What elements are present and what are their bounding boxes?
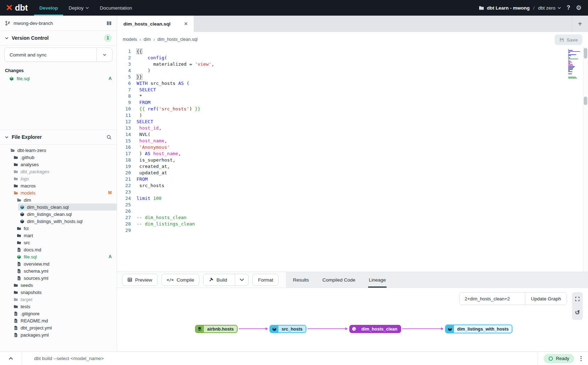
tree-item[interactable]: dim [0,196,117,203]
tree-item[interactable]: dim_listings_with_hosts.sql [0,218,117,225]
dbt-logo[interactable]: ✕ dbt [0,0,34,16]
scrollbar-thumb[interactable] [584,48,587,59]
version-control-title: Version Control [12,35,49,41]
tree-item[interactable]: mart [0,232,117,239]
tree-item[interactable]: fct [0,225,117,232]
tree-item[interactable]: docs.md [0,246,117,253]
commit-options-chevron[interactable] [96,48,112,61]
brand-name: dbt [15,3,28,13]
branch-selector[interactable]: mwong-dev-branch [0,16,117,31]
tree-item[interactable]: sources.yml [0,274,117,282]
file-type-icon [13,162,18,167]
tab-lineage[interactable]: Lineage [368,272,387,288]
tree-item[interactable]: schema.yml [0,267,117,274]
tab-compiled-code[interactable]: Compiled Code [322,272,356,288]
file-type-icon [13,176,18,181]
tree-item[interactable]: dim_hosts_clean.sql [0,203,117,211]
code-icon: </> [167,278,174,282]
code-editor[interactable]: 1{{2 config(3 materialized = 'view',4 )5… [117,47,588,272]
lineage-node-airbnb.hosts[interactable]: airbnb.hosts [195,325,238,333]
nav-item-develop[interactable]: Develop [34,0,63,16]
version-control-header[interactable]: Version Control 1 [0,31,117,45]
changed-file-row[interactable]: file.sql A [0,75,117,82]
nav-item-documentation[interactable]: Documentation [94,0,137,16]
lineage-node-dim_listings_with_hosts[interactable]: dim_listings_with_hosts [445,325,512,333]
file-type-icon [16,261,21,266]
tree-item[interactable]: analyses [0,161,117,168]
search-icon[interactable] [106,135,112,140]
tree-item[interactable]: dim_listings_clean.sql [0,211,117,218]
help-icon[interactable]: ? [566,5,571,11]
preview-button[interactable]: Preview [122,274,157,286]
tree-item[interactable]: .gitignore [0,310,117,317]
tree-item-label: dim_listings_with_hosts.sql [27,219,83,224]
editor-scrollbar[interactable] [583,47,588,272]
close-icon[interactable]: ✕ [184,21,188,27]
tree-item[interactable]: dbt-learn-zero [0,147,117,154]
build-options-chevron[interactable] [235,274,248,285]
lineage-node-dim_hosts_clean[interactable]: dim_hosts_clean [349,325,401,333]
node-label: src_hosts [278,326,306,332]
fullscreen-icon[interactable] [575,296,580,301]
file-type-icon [16,276,21,280]
format-button[interactable]: Format [253,274,278,286]
collapse-panel-button[interactable] [0,352,22,365]
lineage-selector-input[interactable] [460,293,525,305]
tree-item-label: seeds [21,283,33,288]
compile-button[interactable]: </> Compile [161,274,199,286]
lineage-panel: Update Graph ↺ airbnb.hostssrc_hostsdim_… [117,288,588,352]
tree-item[interactable]: dbt_project.yml [0,324,117,331]
tree-item-label: dim_listings_clean.sql [27,212,72,217]
kebab-menu-icon[interactable] [580,355,582,362]
tree-item[interactable]: models M [0,189,117,196]
editor-tab-bar: dim_hosts_clean.sql ✕ + [117,16,588,32]
tree-item-label: dbt_project.yml [21,325,52,331]
command-input[interactable] [22,356,538,361]
tree-item[interactable]: logs [0,175,117,182]
new-tab-button[interactable]: + [572,16,588,32]
branch-name: mwong-dev-branch [13,21,53,26]
tab-dim-hosts-clean[interactable]: dim_hosts_clean.sql ✕ [117,16,194,32]
scrollbar-thumb[interactable] [584,97,587,105]
tab-title: dim_hosts_clean.sql [123,21,171,27]
tree-item[interactable]: .github [0,154,117,161]
build-button[interactable]: Build [203,274,249,286]
tree-item[interactable]: file.sql A [0,253,117,260]
lineage-node-src_hosts[interactable]: src_hosts [270,325,306,333]
tree-item[interactable]: src [0,239,117,246]
tree-item[interactable]: target [0,296,117,303]
tree-item[interactable]: packages.yml [0,331,117,338]
file-type-icon [13,183,18,188]
lineage-tools: ↺ [572,292,583,320]
tree-item[interactable]: overview.md [0,260,117,267]
chevron-down-icon [558,7,561,9]
minimap[interactable] [568,49,581,80]
layout-columns-icon[interactable] [106,21,112,26]
tree-item[interactable]: seeds [0,282,117,289]
breadcrumb-models[interactable]: models [123,37,137,42]
file-type-icon [13,332,18,337]
file-explorer-title: File Explorer [12,134,42,140]
file-type-icon [20,219,24,224]
tab-results[interactable]: Results [292,272,310,288]
file-explorer-header[interactable]: File Explorer [0,130,117,144]
update-graph-button[interactable]: Update Graph [525,293,567,305]
nav-item-deploy[interactable]: Deploy [63,0,94,16]
breadcrumb-dim[interactable]: dim [144,37,151,42]
commit-and-sync-button[interactable]: Commit and sync [4,48,112,62]
gear-icon[interactable]: ⚙ [576,4,582,12]
tree-item[interactable]: tests [0,303,117,310]
tree-item[interactable]: README.md [0,317,117,324]
chevron-right-icon: › [139,37,141,42]
project-selector[interactable]: dbt Learn - mwong / dbt zero [479,5,561,11]
git-branch-icon [5,21,10,26]
save-button[interactable]: Save [555,34,582,45]
reset-view-icon[interactable]: ↺ [575,310,580,316]
action-buttons: Preview </> Compile Build [117,272,286,288]
tree-item[interactable]: dbt_packages [0,168,117,175]
chevron-down-icon [5,37,9,39]
tree-item[interactable]: snapshots [0,289,117,296]
file-type-icon [13,318,18,323]
tree-item[interactable]: macros [0,182,117,189]
breadcrumb-file[interactable]: dim_hosts_clean.sql [157,37,198,42]
